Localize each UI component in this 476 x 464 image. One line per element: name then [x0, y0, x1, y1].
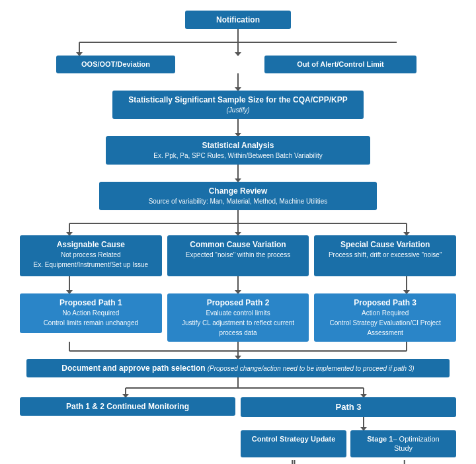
- stat-to-change-connector: [13, 165, 463, 182]
- assignable-title: Assignable Cause: [57, 240, 125, 249]
- assignable-box: Assignable Cause Not process RelatedEx. …: [20, 235, 162, 276]
- path2-col: Proposed Path 2 Evaluate control limitsJ…: [167, 293, 309, 342]
- path1-title: Proposed Path 1: [60, 298, 122, 307]
- path3-row1-to-row2: [241, 460, 456, 464]
- stage1-sub: – Optimization Study: [393, 435, 439, 453]
- alert-label: Out of Alert/Control Limit: [297, 60, 384, 68]
- special-col: Special Cause Variation Process shift, d…: [314, 235, 456, 276]
- common-col: Common Cause Variation Expected "noise" …: [167, 235, 309, 276]
- alert-box: Out of Alert/Control Limit: [264, 56, 416, 73]
- path12-spacer: [20, 430, 235, 464]
- proposed-paths-row: Proposed Path 1 No Action RequiredContro…: [13, 293, 463, 342]
- path3-title: Proposed Path 3: [354, 298, 416, 307]
- common-box: Common Cause Variation Expected "noise" …: [167, 235, 309, 276]
- cs-update-label: Control Strategy Update: [252, 435, 336, 443]
- notification-branch-connector: [13, 29, 463, 56]
- alert-to-sample-connector: [13, 73, 463, 91]
- sample-title: Statistically Significant Sample Size fo…: [128, 95, 347, 104]
- path3-row1: Control Strategy Update Stage 1– Optimiz…: [241, 430, 456, 458]
- path3-label: Path 3: [335, 402, 361, 412]
- path3-sub-connector: [13, 417, 463, 430]
- path-result-row: Path 1 & 2 Continued Monitoring Path 3: [13, 397, 463, 417]
- special-box: Special Cause Variation Process shift, d…: [314, 235, 456, 276]
- common-sub: Expected "noise" within the process: [186, 251, 290, 258]
- path3-details-row: Control Strategy Update Stage 1– Optimiz…: [13, 430, 463, 464]
- common-title: Common Cause Variation: [190, 240, 286, 249]
- document-to-split-connector: [13, 377, 463, 397]
- sample-sub: (Justify): [227, 106, 250, 114]
- change-review-box: Change Review Source of variability: Man…: [99, 182, 377, 210]
- stat-title: Statistical Analysis: [202, 141, 274, 150]
- path1-col: Proposed Path 1 No Action RequiredContro…: [20, 293, 162, 342]
- path3-sub: Action RequiredControl Strategy Evaluati…: [329, 309, 440, 336]
- path3-grid: Control Strategy Update Stage 1– Optimiz…: [241, 430, 456, 464]
- stat-analysis-box: Statistical Analysis Ex. Ppk, Pa, SPC Ru…: [106, 136, 370, 165]
- path3-result-box: Path 3: [241, 397, 456, 417]
- path2-title: Proposed Path 2: [207, 298, 270, 307]
- path1-sub: No Action RequiredControl limits remain …: [44, 309, 138, 327]
- document-title: Document and approve path selection: [61, 364, 205, 373]
- change-to-three-connector: [13, 210, 463, 235]
- sample-size-box: Statistically Significant Sample Size fo…: [112, 91, 364, 119]
- stat-sub: Ex. Ppk, Pa, SPC Rules, Within/Between B…: [153, 152, 322, 159]
- document-box: Document and approve path selection (Pro…: [26, 359, 450, 377]
- oos-box: OOS/OOT/Deviation: [56, 56, 175, 73]
- flowchart-diagram: Notification OOS/OOT/Deviation Out of Al…: [0, 0, 476, 464]
- sample-to-stat-connector: [13, 119, 463, 136]
- cs-update-box: Control Strategy Update: [241, 430, 346, 458]
- change-sub: Source of variability: Man, Material, Me…: [149, 198, 328, 205]
- stage1-box: Stage 1– Optimization Study: [350, 430, 456, 458]
- path3-col: Proposed Path 3 Action RequiredControl S…: [314, 293, 456, 342]
- path2-box: Proposed Path 2 Evaluate control limitsJ…: [167, 293, 309, 342]
- special-sub: Process shift, drift or excessive "noise…: [329, 251, 442, 258]
- path3-box: Proposed Path 3 Action RequiredControl S…: [314, 293, 456, 342]
- path3-result-col: Path 3: [241, 397, 456, 417]
- path1-box: Proposed Path 1 No Action RequiredContro…: [20, 293, 162, 333]
- assignable-sub: Not process RelatedEx. Equipment/Instrum…: [34, 251, 148, 268]
- stage1-label: Stage 1: [367, 435, 393, 443]
- notification-box: Notification: [185, 11, 291, 29]
- notification-title: Notification: [216, 15, 260, 24]
- assignable-col: Assignable Cause Not process RelatedEx. …: [20, 235, 162, 276]
- special-title: Special Cause Variation: [340, 240, 430, 249]
- cause-to-path-connector: [13, 276, 463, 293]
- path12-label: Path 1 & 2 Continued Monitoring: [66, 402, 189, 411]
- change-title: Change Review: [209, 186, 268, 196]
- path12-col: Path 1 & 2 Continued Monitoring: [20, 397, 235, 417]
- path-to-document-connector: [13, 342, 463, 359]
- causes-row: Assignable Cause Not process RelatedEx. …: [13, 235, 463, 276]
- path2-sub: Evaluate control limitsJustify CL adjust…: [182, 309, 294, 336]
- oos-label: OOS/OOT/Deviation: [81, 60, 150, 68]
- document-sub: (Proposed change/action need to be imple…: [208, 365, 415, 372]
- path12-box: Path 1 & 2 Continued Monitoring: [20, 397, 235, 416]
